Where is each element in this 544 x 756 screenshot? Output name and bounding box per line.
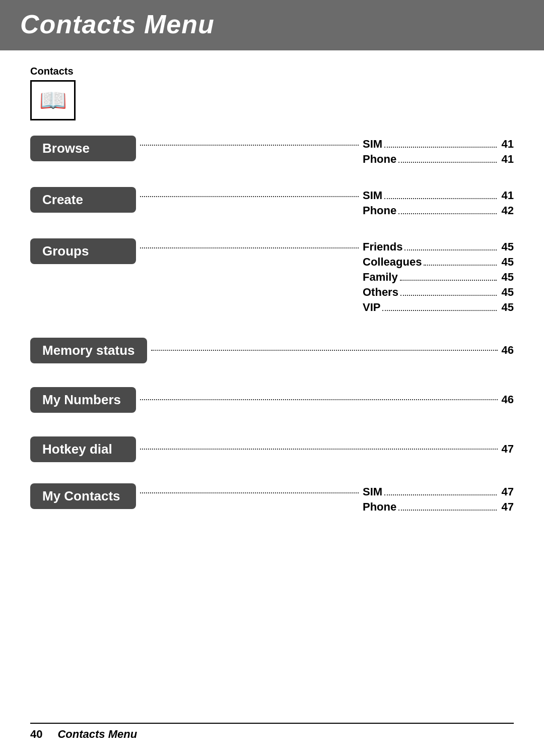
browse-sim-entry: SIM 41 — [363, 138, 514, 151]
create-connector — [136, 187, 363, 197]
browse-connector — [136, 136, 363, 146]
groups-family-label: Family — [363, 271, 398, 284]
memory-status-button[interactable]: Memory status — [30, 338, 147, 363]
menu-row-my-numbers: My Numbers 46 — [30, 385, 514, 415]
my-contacts-phone-dots — [398, 510, 497, 511]
page-footer: 40 Contacts Menu — [30, 723, 514, 741]
menu-row-groups: Groups Friends 45 Colleagues 45 Family 4… — [30, 238, 514, 316]
groups-others-dots — [400, 295, 497, 296]
page-title: Contacts Menu — [20, 9, 524, 39]
groups-friends-page: 45 — [499, 240, 514, 254]
my-contacts-sim-page: 47 — [499, 485, 514, 498]
browse-sim-page: 41 — [499, 138, 514, 151]
groups-button[interactable]: Groups — [30, 238, 136, 264]
create-sim-dots — [384, 198, 497, 199]
contacts-icon-box: 📖 — [30, 80, 76, 120]
groups-vip-dots — [382, 310, 497, 311]
browse-phone-entry: Phone 41 — [363, 153, 514, 166]
my-contacts-phone-entry: Phone 47 — [363, 500, 514, 514]
create-sim-entry: SIM 41 — [363, 189, 514, 202]
contacts-icon-section: Contacts 📖 — [30, 66, 514, 120]
groups-vip-entry: VIP 45 — [363, 301, 514, 314]
groups-connector — [136, 238, 363, 248]
menu-row-memory-status: Memory status 46 — [30, 335, 514, 365]
create-sim-label: SIM — [363, 189, 382, 202]
create-phone-label: Phone — [363, 204, 396, 217]
browse-dotline — [140, 145, 359, 146]
my-contacts-phone-label: Phone — [363, 500, 396, 514]
groups-vip-label: VIP — [363, 301, 380, 314]
create-dotline — [140, 196, 359, 197]
groups-friends-dots — [404, 249, 497, 250]
create-phone-entry: Phone 42 — [363, 204, 514, 217]
browse-entries: SIM 41 Phone 41 — [363, 136, 514, 168]
groups-others-label: Others — [363, 286, 398, 299]
groups-vip-page: 45 — [499, 301, 514, 314]
browse-phone-dots — [398, 162, 497, 163]
groups-others-entry: Others 45 — [363, 286, 514, 299]
hotkey-dial-page: 47 — [498, 443, 514, 456]
create-phone-page: 42 — [499, 204, 514, 217]
groups-colleagues-dots — [424, 265, 497, 266]
my-contacts-connector — [136, 483, 363, 493]
groups-others-page: 45 — [499, 286, 514, 299]
create-button[interactable]: Create — [30, 187, 136, 213]
browse-button[interactable]: Browse — [30, 136, 136, 161]
groups-family-page: 45 — [499, 271, 514, 284]
footer-page-number: 40 — [30, 728, 42, 741]
my-numbers-page: 46 — [498, 393, 514, 406]
groups-friends-entry: Friends 45 — [363, 240, 514, 254]
contacts-label: Contacts — [30, 66, 514, 77]
content-area: Contacts 📖 Browse SIM 41 Phone 41 Create — [0, 50, 544, 555]
groups-colleagues-label: Colleagues — [363, 256, 422, 269]
my-contacts-sim-label: SIM — [363, 485, 382, 498]
groups-family-dots — [400, 280, 497, 281]
menu-row-hotkey-dial: Hotkey dial 47 — [30, 434, 514, 464]
groups-friends-label: Friends — [363, 240, 402, 254]
groups-family-entry: Family 45 — [363, 271, 514, 284]
browse-sim-dots — [384, 147, 497, 148]
hotkey-dial-dotline — [140, 449, 498, 450]
my-contacts-phone-page: 47 — [499, 500, 514, 514]
browse-phone-page: 41 — [499, 153, 514, 166]
my-contacts-sim-dots — [384, 494, 497, 495]
groups-entries: Friends 45 Colleagues 45 Family 45 Other… — [363, 238, 514, 316]
my-numbers-dotline — [140, 399, 498, 400]
memory-status-dotline — [151, 350, 498, 351]
groups-colleagues-page: 45 — [499, 256, 514, 269]
my-contacts-entries: SIM 47 Phone 47 — [363, 483, 514, 516]
create-phone-dots — [398, 213, 497, 214]
browse-phone-label: Phone — [363, 153, 396, 166]
my-contacts-dotline — [140, 492, 359, 493]
create-sim-page: 41 — [499, 189, 514, 202]
memory-status-page: 46 — [498, 344, 514, 357]
footer-title: Contacts Menu — [57, 728, 137, 741]
create-entries: SIM 41 Phone 42 — [363, 187, 514, 219]
contacts-book-icon: 📖 — [39, 89, 67, 111]
menu-row-browse: Browse SIM 41 Phone 41 — [30, 136, 514, 168]
groups-dotline — [140, 247, 359, 248]
my-numbers-button[interactable]: My Numbers — [30, 387, 136, 413]
page-header: Contacts Menu — [0, 0, 544, 50]
hotkey-dial-button[interactable]: Hotkey dial — [30, 436, 136, 462]
menu-row-create: Create SIM 41 Phone 42 — [30, 187, 514, 219]
my-contacts-sim-entry: SIM 47 — [363, 485, 514, 498]
menu-row-my-contacts: My Contacts SIM 47 Phone 47 — [30, 483, 514, 516]
groups-colleagues-entry: Colleagues 45 — [363, 256, 514, 269]
my-contacts-button[interactable]: My Contacts — [30, 483, 136, 509]
browse-sim-label: SIM — [363, 138, 382, 151]
